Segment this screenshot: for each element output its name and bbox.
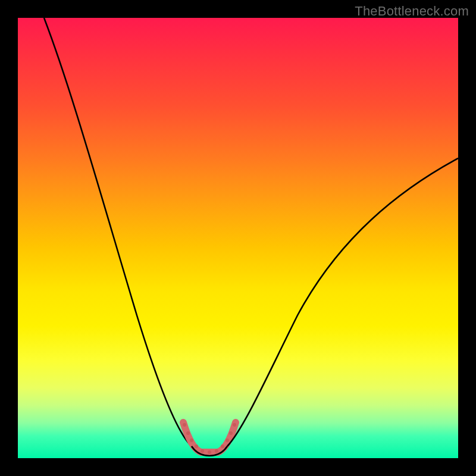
curve-left-arm: [44, 18, 192, 446]
svg-point-6: [215, 449, 218, 453]
curve-right-arm: [227, 158, 458, 446]
svg-point-1: [186, 431, 190, 435]
svg-point-5: [208, 450, 211, 454]
svg-point-10: [233, 423, 236, 427]
svg-point-4: [201, 449, 204, 453]
svg-point-2: [190, 439, 193, 442]
curve-layer: [18, 18, 458, 458]
watermark-text: TheBottleneck.com: [355, 4, 469, 19]
svg-point-3: [195, 444, 198, 448]
svg-point-0: [183, 423, 186, 427]
chart-frame: TheBottleneck.com: [0, 0, 476, 476]
svg-point-9: [229, 431, 233, 435]
svg-point-8: [226, 439, 229, 442]
plot-area: [18, 18, 458, 458]
curve-valley-floor: [183, 422, 236, 452]
svg-point-7: [221, 444, 224, 448]
